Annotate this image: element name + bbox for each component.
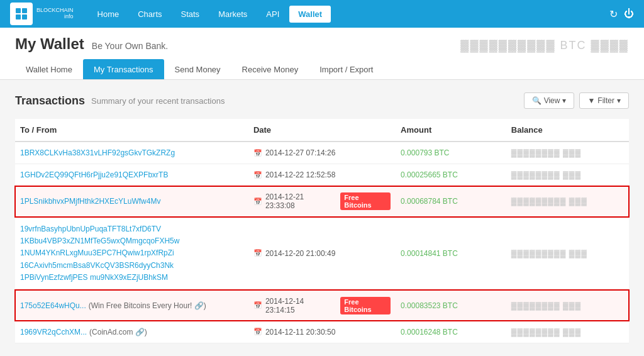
tx-date-cell: 📅2014-12-21 23:33:08Free Bitcoins bbox=[248, 186, 396, 217]
chevron-down-icon-2: ▾ bbox=[617, 96, 621, 105]
chevron-down-icon: ▾ bbox=[562, 96, 566, 105]
tx-address-cell: 1BRX8CLKvHa38X31vLHF92gsGkvTGkZRZg bbox=[15, 142, 248, 164]
subnav-wallet-home[interactable]: Wallet Home bbox=[15, 59, 83, 79]
action-buttons: 🔍 View ▾ ▼ Filter ▾ bbox=[524, 92, 629, 109]
tx-balance-cell: ▓▓▓▓▓▓▓▓▓ ▓▓▓ bbox=[506, 186, 629, 217]
tx-amount: 0.00016248 BTC bbox=[401, 328, 458, 337]
search-icon: 🔍 bbox=[532, 96, 541, 105]
tx-address-link[interactable]: 1GHDv2EQ99QFtH6rPjju2e91QEXPFbxrTB bbox=[20, 170, 168, 179]
calendar-icon: 📅 bbox=[253, 249, 262, 257]
logo-icon bbox=[10, 3, 33, 25]
calendar-icon: 📅 bbox=[253, 328, 262, 336]
tx-date-cell: 📅2014-12-11 20:30:50 bbox=[248, 321, 396, 343]
view-button[interactable]: 🔍 View ▾ bbox=[524, 92, 575, 109]
page-header: My Wallet Be Your Own Bank. ▓▓▓▓▓▓▓▓▓▓ B… bbox=[0, 28, 644, 80]
col-header-from: To / From bbox=[15, 119, 248, 142]
tx-address-cell: 1GHDv2EQ99QFtH6rPjju2e91QEXPFbxrTB bbox=[15, 164, 248, 186]
tx-date: 2014-12-21 23:33:08 bbox=[265, 192, 333, 210]
tx-amount-cell: 0.00068784 BTC bbox=[396, 186, 506, 217]
svg-rect-3 bbox=[22, 14, 27, 19]
top-navigation: BLOCKCHAIN info Home Charts Stats Market… bbox=[0, 0, 644, 28]
refresh-button[interactable]: ↻ bbox=[609, 8, 618, 20]
tx-balance-cell: ▓▓▓▓▓▓▓▓ ▓▓▓ bbox=[506, 290, 629, 321]
filter-button[interactable]: ▼ Filter ▾ bbox=[579, 92, 629, 109]
tx-date-cell: 📅2014-12-22 12:52:58 bbox=[248, 164, 396, 186]
free-bitcoins-badge: Free Bitcoins bbox=[340, 297, 391, 314]
transactions-subtitle: Summary of your recent transactions bbox=[91, 96, 225, 106]
tx-address-link[interactable]: 175o52E64wHQu... bbox=[20, 301, 86, 310]
logo[interactable]: BLOCKCHAIN info bbox=[10, 3, 74, 25]
nav-right-icons: ↻ ⏻ bbox=[609, 8, 634, 20]
tx-extra-text: (CoinAd.com 🔗) bbox=[89, 328, 147, 337]
filter-icon: ▼ bbox=[587, 96, 595, 105]
nav-home[interactable]: Home bbox=[89, 6, 128, 23]
table-row: 1BRX8CLKvHa38X31vLHF92gsGkvTGkZRZg📅2014-… bbox=[15, 142, 629, 164]
tx-date: 2014-12-22 12:52:58 bbox=[265, 170, 335, 179]
wallet-balance: ▓▓▓▓▓▓▓▓▓▓ BTC ▓▓▓▓ bbox=[460, 39, 629, 52]
tx-amount: 0.000793 BTC bbox=[401, 148, 449, 157]
tx-date-cell: 📅2014-12-20 21:00:49 bbox=[248, 217, 396, 291]
col-header-amount: Amount bbox=[396, 119, 506, 142]
tx-address-link[interactable]: 16CAxivh5mcmBsa8VKcQV3BSR6dyyCh3Nk bbox=[20, 260, 243, 272]
tx-amount: 0.00014841 BTC bbox=[401, 249, 458, 258]
subnav-send-money[interactable]: Send Money bbox=[164, 59, 231, 79]
calendar-icon: 📅 bbox=[253, 301, 262, 309]
tx-date: 2014-12-11 20:30:50 bbox=[265, 328, 335, 337]
tx-address-cell: 1PLSnikbhvxPMjfHthk2HXEcYLuWfw4Mv bbox=[15, 186, 248, 217]
nav-api[interactable]: API bbox=[257, 6, 288, 23]
section-header: Transactions Summary of your recent tran… bbox=[15, 92, 629, 109]
tx-amount-cell: 0.00014841 BTC bbox=[396, 217, 506, 291]
subnav-receive-money[interactable]: Receive Money bbox=[231, 59, 309, 79]
tx-amount-cell: 0.00083523 BTC bbox=[396, 290, 506, 321]
tx-address-link[interactable]: 19vrfnBasyhpUbnUpPuqaTFT8Lt7xfD6TV bbox=[20, 223, 243, 235]
nav-links: Home Charts Stats Markets API Wallet bbox=[89, 6, 609, 23]
table-row: 175o52E64wHQu...(Win Free Bitcoins Every… bbox=[15, 290, 629, 321]
tx-balance-cell: ▓▓▓▓▓▓▓▓ ▓▓▓ bbox=[506, 164, 629, 186]
tx-address-cell: 19vrfnBasyhpUbnUpPuqaTFT8Lt7xfD6TV1KBbu4… bbox=[15, 217, 248, 291]
tx-balance-cell: ▓▓▓▓▓▓▓▓▓ ▓▓▓ bbox=[506, 217, 629, 291]
page-title: My Wallet bbox=[15, 35, 84, 53]
subnav-import-export[interactable]: Import / Export bbox=[309, 59, 384, 79]
free-bitcoins-badge: Free Bitcoins bbox=[340, 192, 391, 210]
power-button[interactable]: ⏻ bbox=[624, 8, 634, 19]
calendar-icon: 📅 bbox=[253, 197, 262, 206]
transactions-title: Transactions bbox=[15, 94, 85, 108]
transactions-table: To / From Date Amount Balance 1BRX8CLKvH… bbox=[15, 119, 629, 343]
tx-address-link[interactable]: 1969VR2qCchXM... bbox=[20, 328, 87, 337]
tx-balance-cell: ▓▓▓▓▓▓▓▓ ▓▓▓ bbox=[506, 142, 629, 164]
nav-stats[interactable]: Stats bbox=[172, 6, 209, 23]
tx-extra-text: (Win Free Bitcoins Every Hour! 🔗) bbox=[89, 301, 206, 310]
tx-date-cell: 📅2014-12-27 07:14:26 bbox=[248, 142, 396, 164]
page-subtitle: Be Your Own Bank. bbox=[92, 41, 168, 51]
sub-navigation: Wallet Home My Transactions Send Money R… bbox=[15, 59, 629, 79]
logo-text: BLOCKCHAIN info bbox=[36, 8, 74, 20]
tx-address-link[interactable]: 1BRX8CLKvHa38X31vLHF92gsGkvTGkZRZg bbox=[20, 148, 175, 157]
main-content: Transactions Summary of your recent tran… bbox=[0, 80, 644, 356]
tx-amount-cell: 0.00025665 BTC bbox=[396, 164, 506, 186]
tx-amount: 0.00083523 BTC bbox=[401, 301, 458, 310]
svg-rect-2 bbox=[16, 14, 21, 19]
tx-address-cell: 1969VR2qCchXM...(CoinAd.com 🔗) bbox=[15, 321, 248, 343]
tx-amount-cell: 0.000793 BTC bbox=[396, 142, 506, 164]
table-row: 1969VR2qCchXM...(CoinAd.com 🔗)📅2014-12-1… bbox=[15, 321, 629, 343]
subnav-my-transactions[interactable]: My Transactions bbox=[83, 59, 164, 79]
col-header-date: Date bbox=[248, 119, 396, 142]
table-row: 1PLSnikbhvxPMjfHthk2HXEcYLuWfw4Mv📅2014-1… bbox=[15, 186, 629, 217]
svg-rect-0 bbox=[16, 8, 21, 13]
tx-address-link[interactable]: 1NUM4YKnRLxgMuu3EPC7HQwiw1rpXfRpZi bbox=[20, 247, 243, 259]
calendar-icon: 📅 bbox=[253, 149, 262, 157]
tx-address-link[interactable]: 1PLSnikbhvxPMjfHthk2HXEcYLuWfw4Mv bbox=[20, 197, 160, 206]
col-header-balance: Balance bbox=[506, 119, 629, 142]
tx-address-cell: 175o52E64wHQu...(Win Free Bitcoins Every… bbox=[15, 290, 248, 321]
tx-address-link[interactable]: 1PBiVynEzfzwfjPES mu9NkX9xEZjUBhkSM bbox=[20, 272, 243, 284]
tx-address-link[interactable]: 1KBbu4VBP3xZN1MfTeG5wxQMmgcqoFXH5w bbox=[20, 235, 243, 247]
svg-rect-1 bbox=[22, 8, 27, 13]
tx-date: 2014-12-27 07:14:26 bbox=[265, 148, 335, 157]
calendar-icon: 📅 bbox=[253, 171, 262, 179]
table-row: 19vrfnBasyhpUbnUpPuqaTFT8Lt7xfD6TV1KBbu4… bbox=[15, 217, 629, 291]
nav-markets[interactable]: Markets bbox=[209, 6, 256, 23]
tx-amount: 0.00025665 BTC bbox=[401, 170, 458, 179]
nav-wallet[interactable]: Wallet bbox=[289, 6, 331, 23]
nav-charts[interactable]: Charts bbox=[129, 6, 170, 23]
tx-date: 2014-12-14 23:14:15 bbox=[265, 297, 333, 314]
